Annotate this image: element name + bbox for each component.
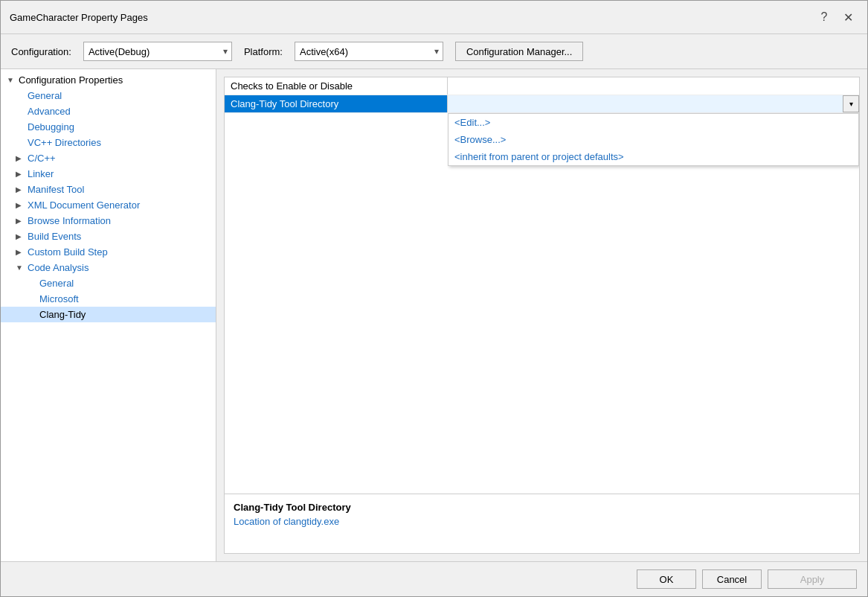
right-panel: Checks to Enable or Disable Clang-Tidy T… bbox=[216, 69, 867, 561]
sidebar-label-browse-information: Browse Information bbox=[28, 215, 111, 226]
chevron-down-icon: ▼ bbox=[16, 264, 28, 272]
chevron-right-icon: ▶ bbox=[16, 232, 28, 240]
platform-select-wrapper: Active(x64) bbox=[295, 42, 443, 61]
sidebar-item-code-analysis-general[interactable]: General bbox=[1, 275, 216, 291]
chevron-right-icon: ▶ bbox=[16, 201, 28, 209]
configuration-label: Configuration: bbox=[11, 46, 71, 57]
sidebar-label-code-analysis-general: General bbox=[39, 278, 74, 289]
platform-label: Platform: bbox=[244, 46, 283, 57]
platform-select[interactable]: Active(x64) bbox=[295, 42, 443, 61]
sidebar-label-manifest-tool: Manifest Tool bbox=[28, 184, 84, 195]
sidebar-item-vcpp-directories[interactable]: VC++ Directories bbox=[1, 135, 216, 150]
main-content: ▼ Configuration Properties General Advan… bbox=[1, 68, 867, 561]
sidebar-label-advanced: Advanced bbox=[28, 106, 71, 117]
sidebar-label-microsoft: Microsoft bbox=[39, 293, 79, 304]
configuration-manager-button[interactable]: Configuration Manager... bbox=[455, 42, 583, 61]
chevron-down-icon: ▼ bbox=[7, 76, 19, 84]
sidebar-item-custom-build-step[interactable]: ▶ Custom Build Step bbox=[1, 244, 216, 260]
sidebar-item-browse-information[interactable]: ▶ Browse Information bbox=[1, 213, 216, 229]
sidebar-item-cpp[interactable]: ▶ C/C++ bbox=[1, 150, 216, 166]
sidebar-item-debugging[interactable]: Debugging bbox=[1, 119, 216, 135]
sidebar-item-advanced[interactable]: Advanced bbox=[1, 103, 216, 119]
chevron-right-icon: ▶ bbox=[16, 217, 28, 225]
chevron-right-icon: ▶ bbox=[16, 170, 28, 178]
property-row-clang-tidy-tool-directory[interactable]: Clang-Tidy Tool Directory <Edit...> <Bro… bbox=[225, 95, 859, 113]
sidebar-label-cpp: C/C++ bbox=[28, 153, 56, 164]
sidebar-item-configuration-properties[interactable]: ▼ Configuration Properties bbox=[1, 72, 216, 88]
apply-button[interactable]: Apply bbox=[768, 569, 857, 589]
sidebar-label-xml-document-generator: XML Document Generator bbox=[28, 199, 140, 211]
dropdown-arrow-button[interactable]: ▾ bbox=[843, 95, 859, 112]
sidebar-item-code-analysis[interactable]: ▼ Code Analysis bbox=[1, 260, 216, 275]
description-text: Location of clangtidy.exe bbox=[234, 516, 850, 527]
sidebar-item-xml-document-generator[interactable]: ▶ XML Document Generator bbox=[1, 197, 216, 213]
dropdown-item-inherit[interactable]: <inherit from parent or project defaults… bbox=[449, 148, 858, 165]
sidebar-label-clang-tidy: Clang-Tidy bbox=[39, 309, 86, 320]
dialog-title: GameCharacter Property Pages bbox=[10, 12, 148, 23]
configuration-select[interactable]: Active(Debug) bbox=[83, 42, 232, 61]
sidebar-item-manifest-tool[interactable]: ▶ Manifest Tool bbox=[1, 182, 216, 197]
sidebar-label-build-events: Build Events bbox=[28, 231, 81, 242]
checks-header-label: Checks to Enable or Disable bbox=[231, 80, 353, 92]
sidebar-item-clang-tidy[interactable]: Clang-Tidy bbox=[1, 307, 216, 322]
sidebar-label-general: General bbox=[28, 90, 62, 101]
dropdown-popup: <Edit...> <Browse...> <inherit from pare… bbox=[448, 113, 859, 166]
help-button[interactable]: ? bbox=[814, 7, 835, 28]
sidebar-label-debugging: Debugging bbox=[28, 121, 74, 133]
ok-button[interactable]: OK bbox=[637, 569, 696, 589]
dropdown-item-browse[interactable]: <Browse...> bbox=[449, 131, 858, 148]
description-panel: Clang-Tidy Tool Directory Location of cl… bbox=[224, 494, 860, 554]
clang-tidy-tool-directory-label: Clang-Tidy Tool Directory bbox=[231, 98, 338, 109]
sidebar-label-configuration-properties: Configuration Properties bbox=[19, 74, 123, 86]
config-row: Configuration: Active(Debug) Platform: A… bbox=[1, 34, 867, 68]
chevron-right-icon: ▶ bbox=[16, 248, 28, 256]
sidebar-item-microsoft[interactable]: Microsoft bbox=[1, 291, 216, 307]
chevron-right-icon: ▶ bbox=[16, 185, 28, 194]
sidebar-item-general[interactable]: General bbox=[1, 88, 216, 103]
sidebar-label-linker: Linker bbox=[28, 168, 54, 179]
close-button[interactable]: ✕ bbox=[838, 7, 858, 28]
sidebar-label-vcpp-directories: VC++ Directories bbox=[28, 137, 101, 148]
property-grid: Checks to Enable or Disable Clang-Tidy T… bbox=[224, 77, 860, 494]
title-bar-controls: ? ✕ bbox=[814, 7, 858, 28]
sidebar-item-build-events[interactable]: ▶ Build Events bbox=[1, 229, 216, 244]
description-title: Clang-Tidy Tool Directory bbox=[234, 502, 850, 513]
sidebar: ▼ Configuration Properties General Advan… bbox=[1, 69, 216, 561]
sidebar-label-custom-build-step: Custom Build Step bbox=[28, 246, 108, 258]
sidebar-item-linker[interactable]: ▶ Linker bbox=[1, 166, 216, 182]
button-row: OK Cancel Apply bbox=[1, 561, 867, 596]
property-header-row: Checks to Enable or Disable bbox=[225, 77, 859, 95]
configuration-select-wrapper: Active(Debug) bbox=[83, 42, 232, 61]
property-value-clang-tidy-tool-directory: <Edit...> <Browse...> <inherit from pare… bbox=[448, 95, 859, 112]
sidebar-label-code-analysis: Code Analysis bbox=[28, 262, 89, 273]
dialog-window: GameCharacter Property Pages ? ✕ Configu… bbox=[0, 0, 868, 597]
dropdown-item-edit[interactable]: <Edit...> bbox=[449, 114, 858, 131]
chevron-right-icon: ▶ bbox=[16, 154, 28, 162]
cancel-button[interactable]: Cancel bbox=[702, 569, 762, 589]
title-bar: GameCharacter Property Pages ? ✕ bbox=[1, 1, 867, 34]
property-header-value bbox=[448, 77, 859, 95]
property-name-clang-tidy-tool-directory: Clang-Tidy Tool Directory bbox=[225, 95, 448, 112]
property-header-name: Checks to Enable or Disable bbox=[225, 77, 448, 95]
